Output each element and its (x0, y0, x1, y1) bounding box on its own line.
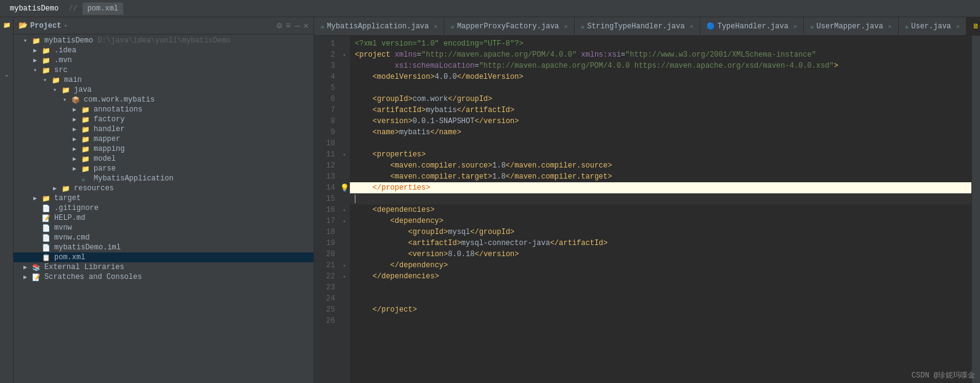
ln-25: 25 (314, 304, 335, 315)
mvn-folder-icon: 📁 (42, 57, 52, 65)
target-icon: 📁 (42, 195, 52, 203)
editor-area: ☕ MybatisApplication.java ✕ ☕ MapperProx… (314, 17, 980, 383)
code-line-9: <name>mybatis</name> (350, 127, 971, 138)
code-line-7: <artifactId>mybatis</artifactId> (350, 105, 971, 116)
g-7 (339, 105, 350, 116)
project-panel-icons: ⚙ ≡ — ✕ (277, 20, 309, 31)
editor-content[interactable]: 1 2 3 4 5 6 7 8 9 10 11 12 13 14 15 16 1 (314, 36, 980, 383)
g-11[interactable]: ▾ (339, 149, 350, 160)
g-22[interactable]: ▾ (339, 271, 350, 282)
tree-parse[interactable]: ▶ 📁 parse (14, 164, 314, 174)
app-java-icon: ☕ (81, 175, 91, 183)
editor-scrollbar[interactable] (971, 36, 980, 383)
tree-resources[interactable]: ▶ 📁 resources (14, 183, 314, 193)
tree-pom-xml[interactable]: ▶ 📋 pom.xml (14, 252, 314, 262)
tree-gitignore[interactable]: ▶ 📄 .gitignore (14, 203, 314, 213)
tree-handler[interactable]: ▶ 📁 handler (14, 124, 314, 134)
tree-factory[interactable]: ▶ 📁 factory (14, 115, 314, 124)
handler-label: handler (94, 125, 124, 134)
factory-label: factory (94, 115, 124, 124)
ln-8: 8 (314, 116, 335, 127)
g-21[interactable]: ▾ (339, 260, 350, 271)
tab-user-mapper[interactable]: ☕ UserMapper.java ✕ (804, 17, 899, 35)
tab-mapper-proxy-close[interactable]: ✕ (564, 23, 568, 30)
tree-mvnw[interactable]: ▶ 📄 mvnw (14, 223, 314, 233)
tree-main[interactable]: ▾ 📁 main (14, 75, 314, 85)
handler-arrow: ▶ (73, 126, 81, 133)
tab-mybatis-application[interactable]: ☕ MybatisApplication.java ✕ (314, 17, 444, 35)
tab-mapper-proxy[interactable]: ☕ MapperProxyFactory.java ✕ (444, 17, 574, 35)
tab-user-mapper-close[interactable]: ✕ (888, 23, 892, 30)
tree-root[interactable]: ▾ 📁 mybatisDemo D:\java\idea\yunli\mybat… (14, 36, 314, 46)
title-dropdown-icon[interactable]: ▾ (63, 22, 67, 30)
tab-mybatis-xml[interactable]: 🗎 mybatis ✕ (966, 17, 980, 35)
g-3 (339, 60, 350, 71)
target-arrow: ▶ (33, 195, 42, 202)
ln-11: 11 (314, 149, 335, 160)
resources-label: resources (74, 184, 114, 193)
settings-icon[interactable]: ⚙ (277, 20, 281, 31)
mvn-label: .mvn (54, 56, 72, 65)
tree-mapping[interactable]: ▶ 📁 mapping (14, 144, 314, 154)
g-23 (339, 282, 350, 293)
g-16[interactable]: ▾ (339, 204, 350, 216)
close-panel-icon[interactable]: ✕ (304, 20, 309, 31)
text-cursor (355, 195, 355, 203)
java-folder-icon: 📁 (62, 86, 71, 94)
root-label: mybatisDemo D:\java\idea\yunli\mybatisDe… (44, 36, 230, 45)
tree-help-md[interactable]: ▶ 📝 HELP.md (14, 213, 314, 223)
tree-mvnw-cmd[interactable]: ▶ 📄 mvnw.cmd (14, 233, 314, 243)
g-2[interactable]: ▾ (339, 49, 350, 60)
idea-folder-icon: 📁 (42, 47, 52, 55)
tree-iml[interactable]: ▶ 📄 mybatisDemo.iml (14, 243, 314, 252)
tab-mybatis-app-close[interactable]: ✕ (434, 23, 437, 30)
tree-scratches[interactable]: ▶ 📝 Scratches and Consoles (14, 272, 314, 282)
code-area[interactable]: <?xml version="1.0" encoding="UTF-8"?> <… (350, 36, 971, 383)
ln-19: 19 (314, 238, 335, 249)
code-line-11: <properties> (350, 149, 971, 160)
tree-target[interactable]: ▶ 📁 target (14, 193, 314, 203)
title-tab-project[interactable]: mybatisDemo (5, 2, 63, 15)
tab-type-handler[interactable]: 🔵 TypeHandler.java ✕ (700, 17, 804, 35)
tab-string-type[interactable]: ☕ StringTypeHandler.java ✕ (575, 17, 700, 35)
tree-java[interactable]: ▾ 📁 java (14, 85, 314, 95)
tree-annotations[interactable]: ▶ 📁 annotations (14, 105, 314, 115)
tab-string-type-close[interactable]: ✕ (690, 23, 694, 30)
g-20 (339, 249, 350, 260)
code-line-19: <artifactId>mysql-connector-java</artifa… (350, 238, 971, 249)
ln-14: 14 (314, 182, 335, 193)
code-line-15[interactable] (350, 193, 971, 204)
tab-mapper-proxy-label: MapperProxyFactory.java (457, 22, 559, 31)
bracket-2a: < (355, 49, 359, 60)
code-line-6: <groupId>com.work</groupId> (350, 94, 971, 105)
model-icon: 📁 (81, 155, 91, 163)
src-arrow: ▾ (33, 67, 42, 74)
src-label: src (54, 66, 68, 75)
tab-user-close[interactable]: ✕ (956, 23, 960, 30)
expand-all-icon[interactable]: ≡ (286, 21, 291, 31)
ln-13: 13 (314, 171, 335, 182)
g-17[interactable]: ▾ (339, 216, 350, 227)
project-panel: 📂 Project ▾ ⚙ ≡ — ✕ ▾ 📁 mybatis (14, 17, 314, 383)
mapper-label: mapper (94, 135, 120, 143)
tree-package[interactable]: ▾ 📦 com.work.mybatis (14, 95, 314, 105)
tree-idea[interactable]: ▶ 📁 .idea (14, 46, 314, 55)
ext-label: External Libraries (44, 263, 124, 272)
cloud-explorer-icon[interactable]: ☁ (1, 69, 12, 80)
code-line-16: <dependencies> (350, 204, 971, 216)
tab-type-handler-close[interactable]: ✕ (793, 23, 797, 30)
tree-model[interactable]: ▶ 📁 model (14, 154, 314, 164)
tree-mvn[interactable]: ▶ 📁 .mvn (14, 55, 314, 65)
tree-mapper[interactable]: ▶ 📁 mapper (14, 134, 314, 144)
tree-src[interactable]: ▾ 📁 src (14, 65, 314, 75)
ln-20: 20 (314, 249, 335, 260)
title-tab-file[interactable]: pom.xml (83, 2, 123, 15)
collapse-icon[interactable]: — (294, 21, 299, 31)
ln-3: 3 (314, 60, 335, 71)
tab-user[interactable]: ☕ User.java ✕ (899, 17, 966, 35)
project-panel-title: 📂 Project ▾ (18, 21, 67, 30)
project-strip-icon[interactable]: 📁 (1, 20, 12, 31)
tree-external-libs[interactable]: ▶ 📚 External Libraries (14, 262, 314, 272)
g-14[interactable]: 💡 (339, 182, 350, 193)
tree-mybatis-app[interactable]: ▶ ☕ MybatisApplication (14, 174, 314, 183)
